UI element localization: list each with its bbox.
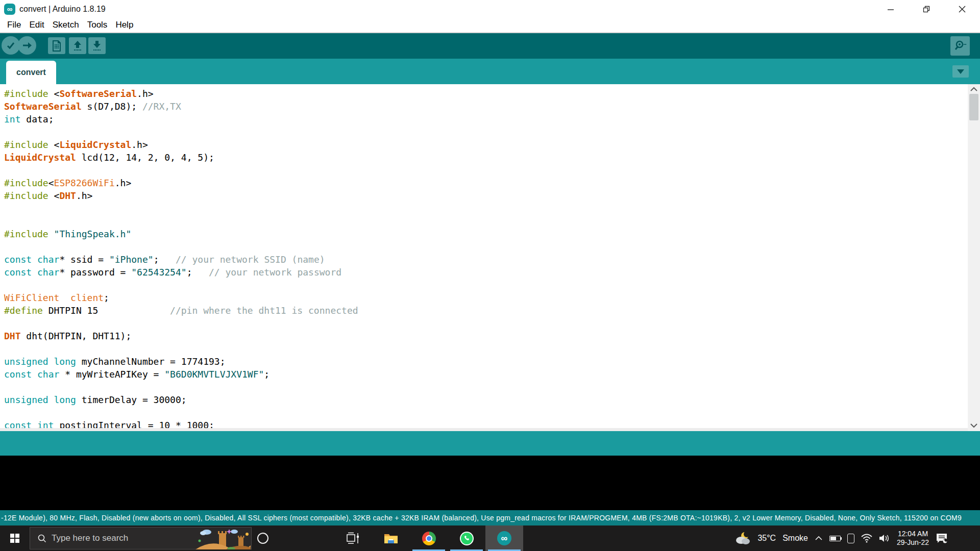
chrome-button[interactable] [410,525,448,551]
arrow-right-icon [22,40,32,51]
document-icon [52,40,62,52]
taskbar-clock[interactable]: 12:04 AM 29-Jun-22 [897,530,929,547]
chevron-down-icon [957,69,964,74]
code-line [4,342,968,355]
code-line: SoftwareSerial s(D7,D8); //RX,TX [4,100,968,113]
arduino-ide-window: ∞ convert | Arduino 1.8.19 FileEditSketc… [0,0,980,551]
menu-bar: FileEditSketchToolsHelp [0,18,980,33]
taskbar-search-input[interactable]: Type here to search [30,527,252,549]
system-tray: 35°C Smoke 12:04 AM 29-Jun-22 [734,525,980,551]
volume-icon[interactable] [879,534,890,543]
code-line [4,126,968,138]
tab-convert[interactable]: convert [6,61,56,84]
code-line: LiquidCrystal lcd(12, 14, 2, 0, 4, 5); [4,151,968,164]
restore-icon [923,6,930,13]
checkmark-icon [6,40,16,51]
search-placeholder: Type here to search [52,533,128,543]
upload-button[interactable] [18,36,36,55]
file-explorer-button[interactable] [372,525,410,551]
taskbar-apps: ∞ [334,525,523,551]
code-line: int data; [4,113,968,126]
code-line: unsigned long timerDelay = 30000; [4,393,968,406]
code-line: #include <SoftwareSerial.h> [4,87,968,100]
arduino-app-button[interactable]: ∞ [485,525,523,551]
chrome-icon [422,532,436,545]
serial-monitor-button[interactable] [950,36,970,56]
weather-icon [734,531,751,545]
tab-menu-button[interactable] [952,65,969,78]
code-line [4,215,968,228]
code-line: unsigned long myChannelNumber = 1774193; [4,355,968,368]
scroll-up-icon[interactable] [970,84,977,93]
board-status-bar: -12E Module), 80 MHz, Flash, Disabled (n… [0,510,980,525]
whatsapp-icon [460,532,474,545]
code-line: #include <LiquidCrystal.h> [4,138,968,151]
action-center-icon[interactable] [936,533,948,544]
scrollbar-thumb[interactable] [969,94,978,120]
board-info-text: -12E Module), 80 MHz, Flash, Disabled (n… [1,514,962,522]
tab-label: convert [16,68,46,77]
close-icon [959,6,966,13]
horizontal-scrollbar[interactable] [0,428,968,431]
scroll-down-icon[interactable] [968,421,980,430]
vertical-scrollbar[interactable] [968,84,980,431]
arduino-taskbar-icon: ∞ [497,531,511,545]
weather-temperature[interactable]: 35°C [757,534,776,543]
task-view-icon [347,532,360,544]
code-area[interactable]: #include <SoftwareSerial.h>SoftwareSeria… [0,84,968,428]
editor-status-strip [0,431,980,456]
arduino-logo-icon: ∞ [4,4,15,15]
minimize-button[interactable] [873,0,909,18]
your-phone-icon[interactable] [847,534,854,543]
menu-item-file[interactable]: File [3,20,25,30]
code-line: const int postingInterval = 10 * 1000; [4,419,968,428]
whatsapp-button[interactable] [448,525,485,551]
tab-bar: convert [0,59,980,84]
task-view-button[interactable] [334,525,372,551]
clock-date: 29-Jun-22 [897,538,929,547]
search-icon [37,534,46,543]
code-line: const char* password = "62543254"; // yo… [4,266,968,279]
close-button[interactable] [944,0,980,18]
battery-icon[interactable] [829,536,841,541]
search-decoration-image [195,528,251,549]
code-line [4,240,968,253]
code-line: DHT dht(DHTPIN, DHT11); [4,330,968,342]
weather-condition[interactable]: Smoke [782,534,808,543]
code-line: const char * myWriteAPIKey = "B6D0KMVTLV… [4,368,968,381]
code-editor[interactable]: #include <SoftwareSerial.h>SoftwareSeria… [0,84,980,431]
code-line: const char* ssid = "iPhone"; // your net… [4,253,968,266]
minimize-icon [887,6,894,13]
open-sketch-button[interactable] [69,37,86,54]
windows-logo-icon [10,534,19,543]
clock-time: 12:04 AM [897,530,929,538]
arrow-down-icon [91,40,103,52]
code-line [4,317,968,330]
windows-taskbar: Type here to search [0,525,980,551]
start-button[interactable] [0,525,30,551]
code-line [4,164,968,177]
magnifier-icon [954,40,966,52]
wifi-icon[interactable] [861,534,872,543]
code-line: #include<ESP8266WiFi.h> [4,177,968,189]
code-line: #include <DHT.h> [4,189,968,202]
code-line [4,202,968,215]
code-line: #define DHTPIN 15 //pin where the dht11 … [4,304,968,317]
tray-chevron-up-icon[interactable] [815,536,823,541]
code-line [4,279,968,291]
file-explorer-icon [384,532,398,544]
code-line [4,381,968,393]
verify-button[interactable] [2,36,20,55]
console-output [0,456,980,510]
menu-item-edit[interactable]: Edit [25,20,48,30]
window-controls [873,0,980,18]
title-bar: ∞ convert | Arduino 1.8.19 [0,0,980,18]
menu-item-tools[interactable]: Tools [83,20,112,30]
menu-item-sketch[interactable]: Sketch [48,20,83,30]
code-line [4,406,968,419]
cortana-button[interactable] [252,525,274,551]
restore-button[interactable] [909,0,944,18]
new-sketch-button[interactable] [48,37,65,54]
save-sketch-button[interactable] [88,37,106,54]
menu-item-help[interactable]: Help [111,20,137,30]
